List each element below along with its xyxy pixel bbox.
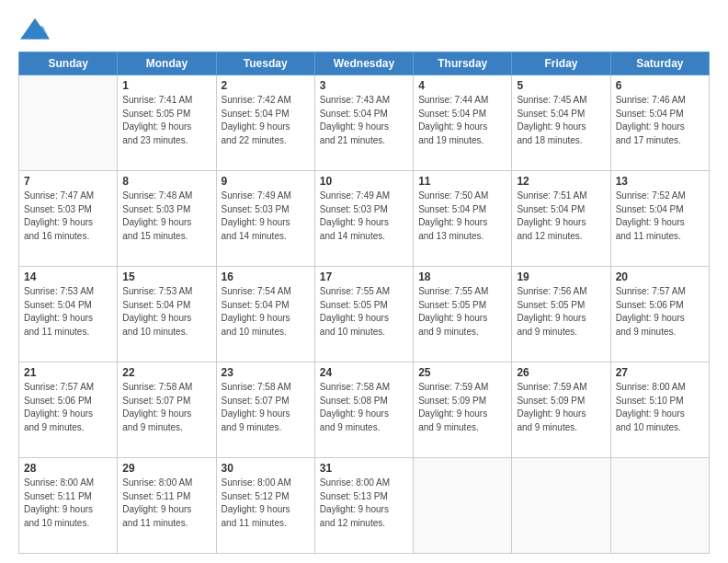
- weekday-header-tuesday: Tuesday: [216, 52, 314, 75]
- calendar-header: SundayMondayTuesdayWednesdayThursdayFrid…: [19, 52, 710, 75]
- calendar-cell: 15Sunrise: 7:53 AMSunset: 5:04 PMDayligh…: [118, 267, 216, 362]
- day-detail: Sunrise: 7:47 AMSunset: 5:03 PMDaylight:…: [24, 190, 112, 243]
- calendar-cell: 31Sunrise: 8:00 AMSunset: 5:13 PMDayligh…: [314, 458, 413, 554]
- weekday-header-saturday: Saturday: [610, 52, 709, 75]
- calendar-cell: 12Sunrise: 7:51 AMSunset: 5:04 PMDayligh…: [512, 171, 610, 267]
- day-detail: Sunrise: 7:43 AMSunset: 5:04 PMDaylight:…: [320, 94, 408, 147]
- day-detail: Sunrise: 7:55 AMSunset: 5:05 PMDaylight:…: [320, 285, 408, 339]
- calendar-cell: 7Sunrise: 7:47 AMSunset: 5:03 PMDaylight…: [19, 171, 118, 267]
- day-number: 8: [122, 175, 210, 188]
- svg-marker-1: [20, 27, 50, 40]
- calendar-cell: 27Sunrise: 8:00 AMSunset: 5:10 PMDayligh…: [610, 362, 709, 458]
- day-number: 7: [24, 175, 112, 188]
- calendar-cell: [610, 458, 709, 554]
- day-detail: Sunrise: 8:00 AMSunset: 5:12 PMDaylight:…: [222, 477, 310, 530]
- day-number: 26: [517, 366, 605, 379]
- calendar-cell: 11Sunrise: 7:50 AMSunset: 5:04 PMDayligh…: [414, 171, 512, 267]
- header: [18, 17, 710, 42]
- calendar-cell: 6Sunrise: 7:46 AMSunset: 5:04 PMDaylight…: [610, 75, 709, 171]
- day-detail: Sunrise: 8:00 AMSunset: 5:10 PMDaylight:…: [616, 381, 704, 434]
- calendar-cell: 10Sunrise: 7:49 AMSunset: 5:03 PMDayligh…: [314, 171, 413, 267]
- day-detail: Sunrise: 7:53 AMSunset: 5:04 PMDaylight:…: [24, 285, 112, 339]
- calendar-cell: 3Sunrise: 7:43 AMSunset: 5:04 PMDaylight…: [314, 75, 413, 171]
- day-detail: Sunrise: 8:00 AMSunset: 5:11 PMDaylight:…: [122, 477, 210, 530]
- day-detail: Sunrise: 7:52 AMSunset: 5:04 PMDaylight:…: [616, 190, 704, 243]
- weekday-header-sunday: Sunday: [19, 52, 118, 75]
- day-detail: Sunrise: 7:41 AMSunset: 5:05 PMDaylight:…: [122, 94, 210, 147]
- logo-icon: [18, 17, 51, 42]
- day-number: 25: [418, 366, 506, 379]
- day-detail: Sunrise: 7:50 AMSunset: 5:04 PMDaylight:…: [418, 190, 506, 243]
- calendar-week-4: 21Sunrise: 7:57 AMSunset: 5:06 PMDayligh…: [19, 362, 710, 458]
- calendar-cell: 4Sunrise: 7:44 AMSunset: 5:04 PMDaylight…: [414, 75, 512, 171]
- calendar-cell: 22Sunrise: 7:58 AMSunset: 5:07 PMDayligh…: [118, 362, 216, 458]
- day-detail: Sunrise: 7:54 AMSunset: 5:04 PMDaylight:…: [222, 285, 310, 339]
- calendar-cell: 20Sunrise: 7:57 AMSunset: 5:06 PMDayligh…: [610, 267, 709, 362]
- calendar-cell: 25Sunrise: 7:59 AMSunset: 5:09 PMDayligh…: [414, 362, 512, 458]
- calendar-cell: 28Sunrise: 8:00 AMSunset: 5:11 PMDayligh…: [19, 458, 118, 554]
- day-detail: Sunrise: 7:55 AMSunset: 5:05 PMDaylight:…: [418, 285, 506, 339]
- page: SundayMondayTuesdayWednesdayThursdayFrid…: [0, 0, 728, 563]
- day-number: 4: [418, 79, 506, 92]
- calendar-cell: 2Sunrise: 7:42 AMSunset: 5:04 PMDaylight…: [216, 75, 314, 171]
- day-number: 30: [222, 462, 310, 475]
- calendar-cell: 24Sunrise: 7:58 AMSunset: 5:08 PMDayligh…: [314, 362, 413, 458]
- day-number: 27: [616, 366, 704, 379]
- day-detail: Sunrise: 7:44 AMSunset: 5:04 PMDaylight:…: [418, 94, 506, 147]
- day-number: 15: [122, 270, 210, 283]
- day-number: 16: [222, 270, 310, 283]
- weekday-header-thursday: Thursday: [414, 52, 512, 75]
- calendar-cell: 21Sunrise: 7:57 AMSunset: 5:06 PMDayligh…: [19, 362, 118, 458]
- day-number: 9: [222, 175, 310, 188]
- day-detail: Sunrise: 7:48 AMSunset: 5:03 PMDaylight:…: [122, 190, 210, 243]
- day-number: 2: [222, 79, 310, 92]
- day-number: 29: [122, 462, 210, 475]
- day-number: 14: [24, 270, 112, 283]
- calendar-cell: 17Sunrise: 7:55 AMSunset: 5:05 PMDayligh…: [314, 267, 413, 362]
- day-detail: Sunrise: 7:58 AMSunset: 5:07 PMDaylight:…: [222, 381, 310, 434]
- calendar-cell: [512, 458, 610, 554]
- day-number: 1: [122, 79, 210, 92]
- day-number: 5: [517, 79, 605, 92]
- day-number: 12: [517, 175, 605, 188]
- calendar-body: 1Sunrise: 7:41 AMSunset: 5:05 PMDaylight…: [19, 75, 710, 554]
- day-detail: Sunrise: 7:45 AMSunset: 5:04 PMDaylight:…: [517, 94, 605, 147]
- day-number: 31: [320, 462, 408, 475]
- day-detail: Sunrise: 8:00 AMSunset: 5:11 PMDaylight:…: [24, 477, 112, 530]
- day-detail: Sunrise: 7:56 AMSunset: 5:05 PMDaylight:…: [517, 285, 605, 339]
- day-number: 11: [418, 175, 506, 188]
- calendar-cell: 13Sunrise: 7:52 AMSunset: 5:04 PMDayligh…: [610, 171, 709, 267]
- day-number: 28: [24, 462, 112, 475]
- weekday-header-friday: Friday: [512, 52, 610, 75]
- day-number: 3: [320, 79, 408, 92]
- day-detail: Sunrise: 7:51 AMSunset: 5:04 PMDaylight:…: [517, 190, 605, 243]
- day-number: 23: [222, 366, 310, 379]
- day-number: 17: [320, 270, 408, 283]
- day-number: 22: [122, 366, 210, 379]
- calendar-cell: 5Sunrise: 7:45 AMSunset: 5:04 PMDaylight…: [512, 75, 610, 171]
- calendar-cell: 26Sunrise: 7:59 AMSunset: 5:09 PMDayligh…: [512, 362, 610, 458]
- day-detail: Sunrise: 7:58 AMSunset: 5:07 PMDaylight:…: [122, 381, 210, 434]
- day-detail: Sunrise: 7:53 AMSunset: 5:04 PMDaylight:…: [122, 285, 210, 339]
- calendar-cell: 18Sunrise: 7:55 AMSunset: 5:05 PMDayligh…: [414, 267, 512, 362]
- day-detail: Sunrise: 7:49 AMSunset: 5:03 PMDaylight:…: [320, 190, 408, 243]
- calendar-cell: 19Sunrise: 7:56 AMSunset: 5:05 PMDayligh…: [512, 267, 610, 362]
- calendar-week-3: 14Sunrise: 7:53 AMSunset: 5:04 PMDayligh…: [19, 267, 710, 362]
- day-number: 10: [320, 175, 408, 188]
- day-number: 20: [616, 270, 704, 283]
- day-number: 13: [616, 175, 704, 188]
- calendar-cell: [19, 75, 118, 171]
- calendar-cell: 30Sunrise: 8:00 AMSunset: 5:12 PMDayligh…: [216, 458, 314, 554]
- weekday-header-wednesday: Wednesday: [314, 52, 413, 75]
- day-detail: Sunrise: 7:57 AMSunset: 5:06 PMDaylight:…: [24, 381, 112, 434]
- day-detail: Sunrise: 7:59 AMSunset: 5:09 PMDaylight:…: [517, 381, 605, 434]
- calendar-cell: 29Sunrise: 8:00 AMSunset: 5:11 PMDayligh…: [118, 458, 216, 554]
- day-detail: Sunrise: 7:58 AMSunset: 5:08 PMDaylight:…: [320, 381, 408, 434]
- day-detail: Sunrise: 7:57 AMSunset: 5:06 PMDaylight:…: [616, 285, 704, 339]
- day-number: 19: [517, 270, 605, 283]
- calendar-week-2: 7Sunrise: 7:47 AMSunset: 5:03 PMDaylight…: [19, 171, 710, 267]
- day-number: 21: [24, 366, 112, 379]
- calendar-cell: 8Sunrise: 7:48 AMSunset: 5:03 PMDaylight…: [118, 171, 216, 267]
- day-detail: Sunrise: 7:46 AMSunset: 5:04 PMDaylight:…: [616, 94, 704, 147]
- calendar-cell: 16Sunrise: 7:54 AMSunset: 5:04 PMDayligh…: [216, 267, 314, 362]
